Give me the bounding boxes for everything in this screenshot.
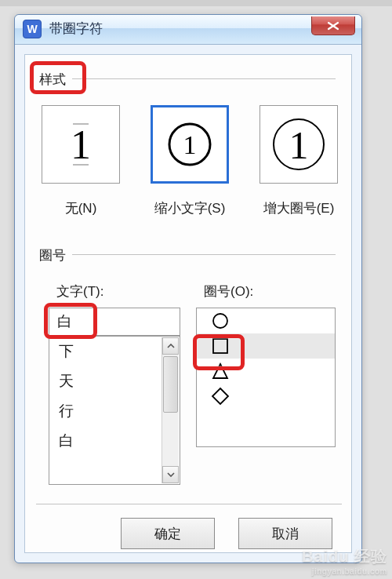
text-input[interactable] bbox=[49, 308, 180, 336]
style-option-label: 无(N) bbox=[65, 199, 97, 217]
list-item[interactable]: 下 bbox=[49, 337, 180, 366]
style-option-label: 缩小文字(S) bbox=[154, 199, 226, 217]
triangle-icon bbox=[211, 362, 230, 381]
shape-option-triangle[interactable] bbox=[197, 359, 335, 384]
glyph-none-icon: 1 bbox=[49, 113, 112, 176]
divider bbox=[72, 254, 336, 255]
divider bbox=[36, 504, 342, 504]
style-preview-shrink: 1 bbox=[151, 105, 229, 184]
shape-field-label: 圈号(O): bbox=[204, 282, 253, 300]
list-item[interactable]: 天 bbox=[49, 366, 180, 396]
close-icon bbox=[326, 21, 340, 31]
svg-text:1: 1 bbox=[71, 122, 91, 167]
style-option-none[interactable]: 1 无(N) bbox=[39, 105, 122, 217]
svg-point-7 bbox=[213, 314, 227, 328]
app-icon: W bbox=[23, 20, 42, 38]
shape-list[interactable] bbox=[196, 308, 336, 447]
text-list[interactable]: 下 天 行 白 bbox=[49, 336, 180, 485]
glyph-shrink-icon: 1 bbox=[158, 113, 221, 176]
shape-option-square[interactable] bbox=[197, 333, 335, 359]
client-area: 样式 1 无(N) 1 bbox=[24, 54, 352, 553]
text-field-label: 文字(T): bbox=[56, 282, 103, 300]
style-preview-row: 1 无(N) 1 缩小文字(S) bbox=[39, 105, 340, 217]
text-list-scrollbar[interactable] bbox=[162, 337, 179, 483]
style-preview-enlarge: 1 bbox=[260, 105, 338, 184]
glyph-enlarge-icon: 1 bbox=[267, 113, 330, 176]
style-option-label: 增大圈号(E) bbox=[263, 199, 335, 217]
style-preview-none: 1 bbox=[42, 105, 120, 184]
watermark-url: jingyan.baidu.com bbox=[302, 567, 387, 576]
style-section-label: 样式 bbox=[36, 71, 69, 89]
close-button[interactable] bbox=[311, 16, 355, 35]
svg-text:1: 1 bbox=[289, 123, 309, 167]
circle-icon bbox=[211, 311, 230, 330]
shape-option-diamond[interactable] bbox=[197, 384, 335, 409]
list-item[interactable]: 白 bbox=[49, 426, 180, 456]
enclosure-section-label: 圈号 bbox=[36, 246, 69, 264]
style-option-enlarge[interactable]: 1 增大圈号(E) bbox=[257, 105, 340, 217]
diamond-icon bbox=[211, 387, 230, 406]
divider bbox=[72, 78, 336, 79]
list-item[interactable]: 行 bbox=[49, 396, 180, 426]
cancel-button[interactable]: 取消 bbox=[238, 518, 332, 549]
dialog-title: 带圈字符 bbox=[49, 20, 103, 38]
scroll-thumb[interactable] bbox=[163, 356, 178, 413]
scroll-down-button[interactable] bbox=[162, 466, 179, 483]
enclose-char-dialog: W 带圈字符 样式 1 无(N) bbox=[14, 14, 362, 563]
titlebar[interactable]: W 带圈字符 bbox=[15, 15, 361, 45]
shape-option-circle[interactable] bbox=[197, 308, 335, 333]
scroll-up-button[interactable] bbox=[162, 337, 179, 355]
ok-button[interactable]: 确定 bbox=[121, 518, 215, 549]
svg-rect-8 bbox=[213, 339, 227, 353]
chevron-up-icon bbox=[167, 344, 175, 348]
page-top-strip bbox=[0, 0, 392, 6]
chevron-down-icon bbox=[167, 472, 175, 477]
square-icon bbox=[211, 337, 230, 355]
style-option-shrink[interactable]: 1 缩小文字(S) bbox=[148, 105, 231, 217]
svg-text:1: 1 bbox=[183, 130, 197, 159]
